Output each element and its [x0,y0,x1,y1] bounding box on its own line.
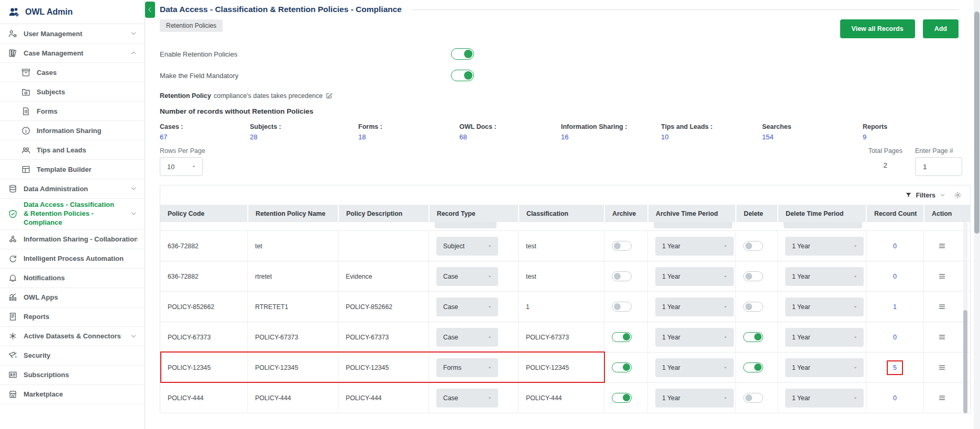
page-scrollbar-thumb[interactable] [974,12,979,234]
enter-page-input[interactable] [915,157,962,176]
cell-classification: test [518,231,604,261]
table-scrollbar-thumb[interactable] [963,310,967,413]
sidebar-item-information-sharing[interactable]: Information Sharing [0,121,145,140]
archive-toggle[interactable] [612,332,632,342]
stat-value-link[interactable]: 9 [863,133,980,141]
sidebar-item-template-builder[interactable]: Template Builder [0,160,145,179]
archive-toggle[interactable] [612,302,632,312]
select-value: Case [443,273,458,280]
caret-down-icon [487,365,493,371]
enable-retention-row: Enable Retention Policies [160,48,474,60]
row-actions-icon[interactable] [938,302,946,311]
archive-period-select[interactable]: 1 Year [655,358,734,377]
add-button[interactable]: Add [923,19,959,38]
page-scrollbar[interactable] [974,0,980,429]
row-actions-icon[interactable] [938,241,946,250]
archive-period-select[interactable]: 1 Year [655,389,734,408]
delete-toggle[interactable] [743,332,763,342]
delete-period-select[interactable]: 1 Year [785,267,864,286]
delete-period-select[interactable]: 1 Year [785,237,864,256]
archive-toggle[interactable] [612,271,632,281]
cell-archive-time-period: 1 Year [647,322,735,352]
stat-block: Reports9 [863,123,980,141]
record-type-select[interactable]: Forms [436,358,498,377]
sidebar-item-notifications[interactable]: Notifications [0,269,145,288]
record-type-select[interactable]: Case [436,328,498,347]
view-all-records-button[interactable]: View all Records [840,19,915,38]
tab-retention-policies[interactable]: Retention Policies [160,19,223,32]
delete-period-select[interactable]: 1 Year [785,389,864,408]
record-type-select[interactable]: Case [436,267,498,286]
cell-action [923,322,960,352]
archive-toggle[interactable] [612,362,632,372]
record-count-link[interactable]: 0 [893,334,897,341]
delete-toggle[interactable] [743,302,763,312]
sidebar-item-case-management[interactable]: Case Management [0,43,145,63]
app-logo[interactable]: OWL Admin [0,0,145,24]
record-count-link[interactable]: 0 [893,243,897,250]
record-type-select[interactable]: Case [436,298,498,316]
row-actions-icon[interactable] [938,272,946,281]
mandatory-field-toggle[interactable] [451,70,474,81]
delete-toggle[interactable] [743,271,763,281]
archive-toggle[interactable] [612,393,632,403]
sidebar-item-active-datasets-connectors[interactable]: Active Datasets & Connectors [0,327,145,346]
sidebar-item-data-access-classification-retention[interactable]: Data Access - Classification & Retention… [0,199,145,230]
archive-period-select[interactable]: 1 Year [655,328,734,347]
row-actions-icon[interactable] [938,363,946,372]
table-settings-gear-icon[interactable] [954,191,962,199]
stat-value-link[interactable]: 67 [160,133,250,141]
record-count-link[interactable]: 5 [887,360,903,375]
edit-note-icon[interactable] [325,92,333,100]
stat-value-link[interactable]: 28 [250,133,358,141]
delete-period-select[interactable]: 1 Year [785,358,864,377]
stat-value-link[interactable]: 18 [358,133,459,141]
sidebar-item-user-management[interactable]: User Management [0,24,145,43]
stat-value-link[interactable]: 10 [661,133,762,141]
delete-toggle[interactable] [743,393,763,403]
delete-toggle[interactable] [743,241,763,251]
row-actions-icon[interactable] [938,333,946,342]
sidebar-item-owl-apps[interactable]: OWL Apps [0,288,145,307]
cell-record-type: Case [428,261,518,291]
sidebar-item-cases[interactable]: Cases [0,63,145,82]
toggle-knob [745,273,752,280]
delete-period-select[interactable]: 1 Year [785,298,864,316]
record-count-link[interactable]: 1 [893,303,897,311]
cell-policy-code: POLICY-12345 [160,353,247,382]
rows-per-page-select[interactable]: 10 [160,157,203,176]
stat-value-link[interactable]: 154 [762,133,863,141]
archive-toggle[interactable] [612,241,632,251]
stat-value-link[interactable]: 16 [561,133,661,141]
record-type-select[interactable]: Case [436,389,498,408]
sidebar-item-reports[interactable]: Reports [0,307,145,327]
record-count-link[interactable]: 0 [893,394,897,402]
select-value: 1 Year [662,303,680,311]
sidebar-item-tips-and-leads[interactable]: Tips and Leads [0,140,145,160]
sidebar-item-intelligent-process-automation[interactable]: Intelligent Process Automation [0,249,145,269]
sidebar-item-forms[interactable]: Forms [0,102,145,121]
sidebar-item-marketplace[interactable]: Marketplace [0,385,145,404]
filters-label[interactable]: Filters [916,192,935,199]
delete-period-select[interactable]: 1 Year [785,328,864,347]
filter-icon[interactable] [905,192,912,199]
archive-period-select[interactable]: 1 Year [655,237,734,256]
row-actions-icon[interactable] [938,393,946,402]
sidebar-item-subscriptions[interactable]: Subscriptions [0,366,145,385]
sidebar-item-data-administration[interactable]: Data Administration [0,179,145,199]
record-type-select[interactable]: Subject [436,237,498,256]
back-button[interactable] [145,2,155,18]
record-count-link[interactable]: 0 [893,273,897,280]
sidebar-item-subjects[interactable]: Subjects [0,82,145,102]
enable-retention-toggle[interactable] [451,48,474,60]
sidebar-item-security[interactable]: Security [0,346,145,366]
cell-archive-time-period: 1 Year [647,292,735,322]
sidebar-item-label: Information Sharing - Collaboration [24,235,137,243]
table-scrollbar[interactable] [963,222,967,413]
sidebar-item-information-sharing-collaboration[interactable]: Information Sharing - Collaboration [0,230,145,249]
stat-value-link[interactable]: 68 [459,133,561,141]
chevron-down-icon[interactable] [939,192,946,199]
archive-period-select[interactable]: 1 Year [655,298,734,316]
delete-toggle[interactable] [743,362,763,372]
archive-period-select[interactable]: 1 Year [655,267,734,286]
